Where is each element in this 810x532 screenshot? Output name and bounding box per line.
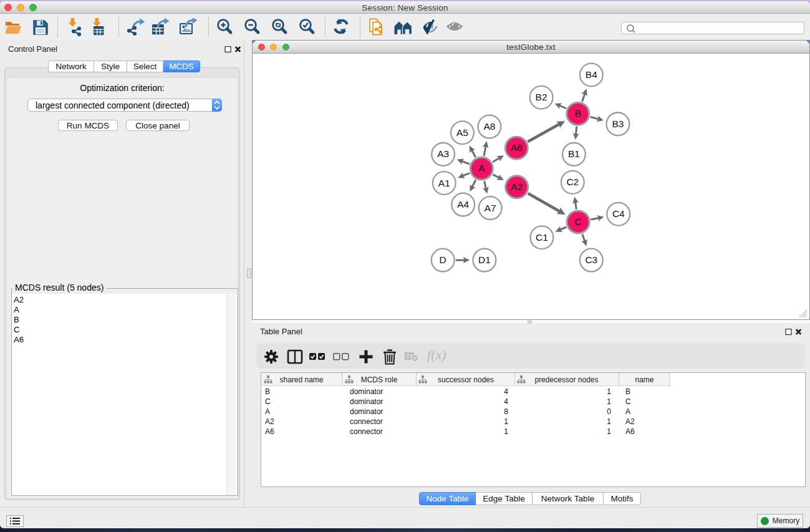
svg-text:A4: A4: [457, 199, 469, 210]
svg-text:A: A: [478, 163, 485, 173]
svg-text:C: C: [575, 216, 582, 227]
svg-text:C3: C3: [585, 254, 597, 265]
svg-text:B1: B1: [568, 148, 580, 159]
svg-text:A2: A2: [511, 181, 523, 192]
svg-text:C4: C4: [612, 208, 625, 219]
svg-text:B: B: [575, 108, 581, 118]
svg-text:A1: A1: [438, 178, 450, 188]
svg-text:D: D: [440, 254, 446, 265]
svg-text:B4: B4: [586, 69, 597, 80]
svg-text:B3: B3: [612, 118, 624, 129]
svg-text:D1: D1: [478, 254, 491, 265]
svg-text:A5: A5: [456, 127, 468, 138]
svg-text:A8: A8: [483, 121, 495, 132]
svg-text:A7: A7: [485, 203, 496, 213]
svg-text:C2: C2: [566, 177, 579, 187]
svg-text:B2: B2: [536, 92, 547, 102]
svg-text:C1: C1: [536, 232, 548, 243]
svg-text:A3: A3: [437, 148, 449, 159]
svg-text:A6: A6: [511, 142, 523, 153]
